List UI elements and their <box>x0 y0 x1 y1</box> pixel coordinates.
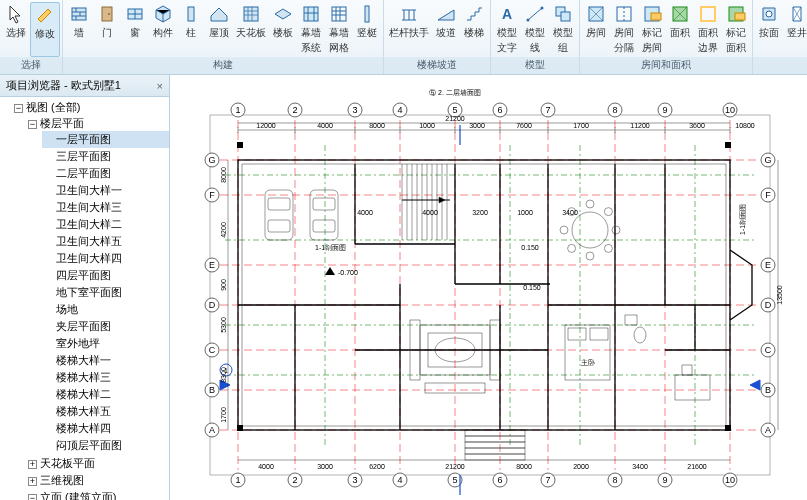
ribbon-btn-label: 房间 <box>586 26 606 40</box>
tree-item-label[interactable]: 卫生间大样五 <box>42 235 122 247</box>
tree-node-label[interactable]: 三维视图 <box>40 474 84 486</box>
mullion-button[interactable]: 竖梃 <box>353 2 381 57</box>
column-icon <box>180 3 202 25</box>
ceiling-button[interactable]: 天花板 <box>233 2 269 57</box>
ramp-button[interactable]: 坡道 <box>432 2 460 57</box>
tree-item-label[interactable]: 室外地坪 <box>42 337 100 349</box>
tree-item[interactable]: 三层平面图 <box>42 148 169 165</box>
tree-item[interactable]: 卫生间大样五 <box>42 233 169 250</box>
tree-item-label[interactable]: 楼梯大样三 <box>42 371 111 383</box>
tree-item[interactable]: 室外地坪 <box>42 335 169 352</box>
tree-item-label[interactable]: 地下室平面图 <box>42 286 122 298</box>
select-button[interactable]: 选择 <box>2 2 30 57</box>
tree-item-label[interactable]: 三层平面图 <box>42 150 111 162</box>
ribbon-btn-label: 窗 <box>130 26 140 40</box>
tree-item-label[interactable]: 场地 <box>42 303 78 315</box>
tree-item[interactable]: 卫生间大样一 <box>42 182 169 199</box>
tree-item[interactable]: 二层平面图 <box>42 165 169 182</box>
tree-item-label[interactable]: 楼梯大样二 <box>42 388 111 400</box>
ribbon-group-房间和面积: 房间房间分隔标记房间面积面积边界标记面积房间和面积 <box>580 0 753 74</box>
ribbon-group-洞口: 按面竖井墙垂直老虎窗洞口 <box>753 0 807 74</box>
tree-item-label[interactable]: 楼梯大样五 <box>42 405 111 417</box>
tree-item[interactable]: 卫生间大样四 <box>42 250 169 267</box>
tree-item[interactable]: 一层平面图 <box>42 131 169 148</box>
drawing-canvas[interactable]: ⑤ 2. 二层墙面图1122334455667788991010AABBCCDD… <box>170 75 807 500</box>
expand-icon[interactable]: + <box>28 477 37 486</box>
floor-button[interactable]: 楼板 <box>269 2 297 57</box>
model-line-button[interactable]: 模型线 <box>521 2 549 57</box>
tree-3dviews: +三维视图 <box>28 472 169 489</box>
model-text-button[interactable]: A模型文字 <box>493 2 521 57</box>
tree-item-label[interactable]: 卫生间大样三 <box>42 201 122 213</box>
tree-node-label[interactable]: 视图 (全部) <box>26 101 80 113</box>
component-button[interactable]: 构件 <box>149 2 177 57</box>
tree-item[interactable]: 四层平面图 <box>42 267 169 284</box>
tree-item-label[interactable]: 二层平面图 <box>42 167 111 179</box>
svg-text:E: E <box>209 260 215 270</box>
mullion-icon <box>356 3 378 25</box>
railing-button[interactable]: 栏杆扶手 <box>386 2 432 57</box>
column-button[interactable]: 柱 <box>177 2 205 57</box>
tree-item[interactable]: 卫生间大样二 <box>42 216 169 233</box>
collapse-icon[interactable]: − <box>28 120 37 129</box>
tree-node-label[interactable]: 立面 (建筑立面) <box>40 491 116 500</box>
room-sep-button[interactable]: 房间分隔 <box>610 2 638 57</box>
curtain-system-button[interactable]: 幕墙系统 <box>297 2 325 57</box>
svg-text:5: 5 <box>452 105 457 115</box>
tree-item[interactable]: 闷顶层平面图 <box>42 437 169 454</box>
svg-text:3200: 3200 <box>472 209 488 216</box>
modify-icon <box>34 4 56 26</box>
tag-room-button[interactable]: 标记房间 <box>638 2 666 57</box>
tree-item-label[interactable]: 卫生间大样二 <box>42 218 122 230</box>
close-icon[interactable]: × <box>157 80 163 92</box>
model-group-button[interactable]: 模型组 <box>549 2 577 57</box>
wall-button[interactable]: 墙 <box>65 2 93 57</box>
tree-item-label[interactable]: 夹层平面图 <box>42 320 111 332</box>
tree-item-label[interactable]: 楼梯大样四 <box>42 422 111 434</box>
tree-ceilingplans: +天花板平面 <box>28 455 169 472</box>
roof-button[interactable]: 屋顶 <box>205 2 233 57</box>
tree-item-label[interactable]: 闷顶层平面图 <box>42 439 122 451</box>
collapse-icon[interactable]: − <box>28 494 37 500</box>
tree-item[interactable]: 场地 <box>42 301 169 318</box>
svg-text:0.150: 0.150 <box>523 284 541 291</box>
tree-item-label[interactable]: 四层平面图 <box>42 269 111 281</box>
tree-node-label[interactable]: 楼层平面 <box>40 117 84 129</box>
ribbon-group-label: 洞口 <box>753 57 807 74</box>
tree-item-label[interactable]: 卫生间大样四 <box>42 252 122 264</box>
area-button[interactable]: 面积 <box>666 2 694 57</box>
door-button[interactable]: 门 <box>93 2 121 57</box>
shaft-button[interactable]: 竖井 <box>783 2 807 57</box>
tree-item-label[interactable]: 卫生间大样一 <box>42 184 122 196</box>
tree-item[interactable]: 地下室平面图 <box>42 284 169 301</box>
tag-area-button[interactable]: 标记面积 <box>722 2 750 57</box>
ribbon-btn-label: 模型 <box>497 26 517 40</box>
svg-text:21200: 21200 <box>445 115 465 122</box>
curtain-grid-button[interactable]: 幕墙网格 <box>325 2 353 57</box>
svg-rect-0 <box>72 8 86 20</box>
tree-item-label[interactable]: 一层平面图 <box>42 133 111 145</box>
model-line-icon <box>524 3 546 25</box>
stair-button[interactable]: 楼梯 <box>460 2 488 57</box>
svg-text:4000: 4000 <box>258 463 274 470</box>
tree-item[interactable]: 楼梯大样三 <box>42 369 169 386</box>
room-button[interactable]: 房间 <box>582 2 610 57</box>
tree-item[interactable]: 卫生间大样三 <box>42 199 169 216</box>
tree-item[interactable]: 楼梯大样一 <box>42 352 169 369</box>
tree-item-label[interactable]: 楼梯大样一 <box>42 354 111 366</box>
area-bound-button[interactable]: 面积边界 <box>694 2 722 57</box>
tree-item[interactable]: 楼梯大样四 <box>42 420 169 437</box>
model-group-icon <box>552 3 574 25</box>
tree-item[interactable]: 楼梯大样二 <box>42 386 169 403</box>
ribbon-btn-label: 房间 <box>614 26 634 40</box>
tree-item[interactable]: 夹层平面图 <box>42 318 169 335</box>
collapse-icon[interactable]: − <box>14 104 23 113</box>
window-button[interactable]: 窗 <box>121 2 149 57</box>
tree-node-label[interactable]: 天花板平面 <box>40 457 95 469</box>
svg-text:1-1剖面图: 1-1剖面图 <box>739 204 746 235</box>
expand-icon[interactable]: + <box>28 460 37 469</box>
modify-button[interactable]: 修改 <box>30 2 60 57</box>
svg-rect-122 <box>238 160 730 430</box>
by-face-button[interactable]: 按面 <box>755 2 783 57</box>
tree-item[interactable]: 楼梯大样五 <box>42 403 169 420</box>
